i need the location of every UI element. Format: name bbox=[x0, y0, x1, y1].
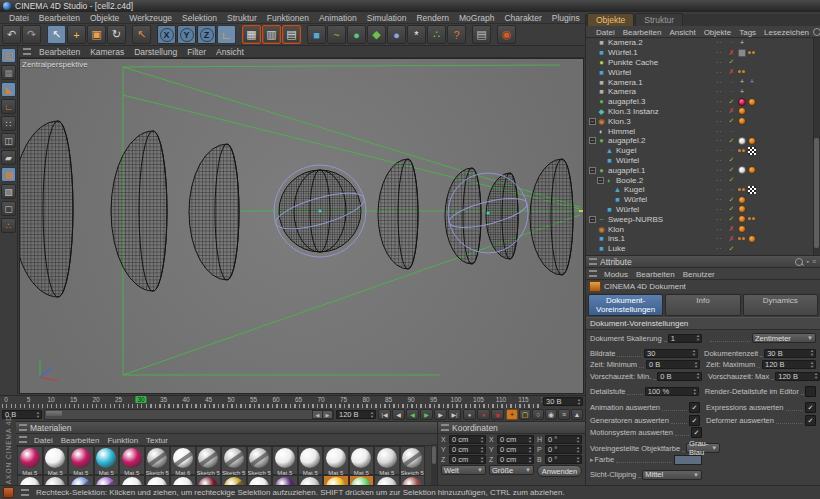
material-swatch[interactable] bbox=[247, 475, 273, 485]
enable-state-icon[interactable]: ✓ bbox=[727, 215, 736, 223]
menu-item-modus[interactable]: Modus bbox=[600, 270, 632, 279]
range-end-field[interactable]: 120 B▲▼ bbox=[336, 410, 376, 419]
object-row[interactable]: ●augapfel.3··✓ bbox=[586, 97, 820, 107]
visibility-dots-icon[interactable]: ·· bbox=[716, 128, 725, 135]
material-swatch[interactable]: Mat.5 bbox=[17, 446, 43, 475]
key-pla-button[interactable]: ≡ bbox=[558, 409, 570, 420]
menu-item-filter[interactable]: Filter bbox=[182, 47, 211, 57]
add-particles-icon[interactable]: * bbox=[407, 25, 426, 44]
object-name[interactable]: Boole.2 bbox=[616, 176, 643, 185]
object-row[interactable]: ■Würfel··✓ bbox=[586, 156, 820, 166]
attr-tab-dokument-voreinstellungen[interactable]: Dokument-Voreinstellungen bbox=[588, 294, 663, 316]
coordinate-value-field[interactable]: 0 cm▲▼ bbox=[497, 435, 534, 444]
object-name[interactable]: Sweep-NURBS bbox=[608, 215, 663, 224]
coordinate-value-field[interactable]: 0 °▲▼ bbox=[545, 435, 582, 444]
goto-end-button[interactable]: ▶| bbox=[448, 409, 461, 420]
visibility-dots-icon[interactable]: ·· bbox=[716, 49, 725, 56]
viewport-solo-icon[interactable]: ∴ bbox=[1, 218, 16, 233]
material-swatch[interactable]: Mat.5 bbox=[374, 446, 400, 475]
previous-frame-button[interactable]: ◀ bbox=[392, 409, 405, 420]
search-icon[interactable] bbox=[795, 258, 803, 266]
play-button[interactable]: ▶ bbox=[420, 409, 433, 420]
enable-state-icon[interactable]: ✓ bbox=[727, 205, 736, 213]
object-row[interactable]: −◐Boole.2··✓ bbox=[586, 175, 820, 185]
menu-item-textur[interactable]: Textur bbox=[142, 436, 172, 445]
key-filter-button[interactable]: ▲ bbox=[571, 409, 583, 420]
add-modeling-icon[interactable]: ◆ bbox=[367, 25, 386, 44]
menu-item-bearbeiten[interactable]: Bearbeiten bbox=[34, 47, 85, 57]
visibility-dots-icon[interactable]: ·· bbox=[716, 79, 725, 86]
object-row[interactable]: ■Würfel.1··✗ bbox=[586, 48, 820, 58]
visibility-dots-icon[interactable]: ·· bbox=[716, 167, 725, 174]
menu-item-bearbeiten[interactable]: Bearbeiten bbox=[34, 13, 85, 23]
dots-tag-icon[interactable] bbox=[738, 235, 746, 243]
film-tag-icon[interactable] bbox=[738, 49, 746, 57]
render-region-icon[interactable]: ▥ bbox=[262, 25, 281, 44]
object-row[interactable]: ■Kamera···+ bbox=[586, 87, 820, 97]
visibility-dots-icon[interactable]: ·· bbox=[716, 206, 725, 213]
visibility-dots-icon[interactable]: ·· bbox=[716, 186, 725, 193]
spinner-arrows-icon[interactable]: ▲▼ bbox=[695, 372, 701, 380]
history-icons[interactable]: ≡ bbox=[812, 258, 816, 265]
menu-item-objekte[interactable]: Objekte bbox=[85, 13, 124, 23]
timeline-ruler[interactable]: 0510152025303540455055606570758085909510… bbox=[0, 395, 585, 408]
spinner-arrows-icon[interactable]: ▲▼ bbox=[527, 446, 533, 454]
object-name[interactable]: Würfel bbox=[616, 156, 639, 165]
orange-tag-icon[interactable] bbox=[748, 137, 756, 145]
enable-state-icon[interactable]: ✗ bbox=[727, 49, 736, 57]
texture-axis-mode-icon[interactable]: ◣ bbox=[1, 82, 16, 97]
menu-item-bearbeiten[interactable]: Bearbeiten bbox=[57, 436, 104, 445]
spinner-arrows-icon[interactable]: ▲▼ bbox=[575, 446, 581, 454]
material-swatch[interactable]: Sketch 5 bbox=[400, 446, 426, 475]
object-row[interactable]: ■Würfel··✓ bbox=[586, 205, 820, 215]
attribute-value-field[interactable]: 100 %▲▼ bbox=[645, 387, 699, 396]
render-queue-icon[interactable]: ◉ bbox=[497, 25, 516, 44]
material-swatch[interactable]: Mat.5 bbox=[323, 446, 349, 475]
checker-tag-icon[interactable] bbox=[748, 147, 756, 155]
checkbox-checked[interactable]: ✓ bbox=[689, 415, 700, 426]
spinner-arrows-icon[interactable]: ▲▼ bbox=[809, 361, 815, 369]
enable-state-icon[interactable]: ✓ bbox=[727, 137, 736, 145]
object-name[interactable]: augapfel.3 bbox=[608, 97, 645, 106]
key-rotation-button[interactable]: ○ bbox=[532, 409, 544, 420]
enable-state-icon[interactable]: ✓ bbox=[727, 58, 736, 66]
menu-item-benutzer[interactable]: Benutzer bbox=[679, 270, 719, 279]
enable-state-icon[interactable]: ✗ bbox=[727, 225, 736, 233]
material-swatch[interactable]: Sketch 5 bbox=[196, 446, 222, 475]
visibility-dots-icon[interactable]: ·· bbox=[716, 118, 725, 125]
range-slider-thumb[interactable] bbox=[46, 411, 62, 416]
checkbox-checked[interactable]: ✓ bbox=[691, 427, 702, 438]
object-name[interactable]: Klon.3 Instanz bbox=[608, 107, 659, 116]
material-swatch[interactable] bbox=[119, 475, 145, 485]
enable-state-icon[interactable]: ✓ bbox=[727, 176, 736, 184]
visibility-dots-icon[interactable]: ·· bbox=[716, 235, 725, 242]
apply-button[interactable]: Anwenden bbox=[537, 465, 582, 477]
enable-state-icon[interactable]: · bbox=[727, 147, 736, 154]
checkbox-checked[interactable]: ✓ bbox=[689, 402, 700, 413]
dots-tag-icon[interactable] bbox=[738, 186, 746, 194]
material-swatch[interactable]: Sketch 5 bbox=[221, 446, 247, 475]
white-tag-icon[interactable] bbox=[738, 166, 746, 174]
help-icon[interactable]: ? bbox=[447, 25, 466, 44]
object-name[interactable]: Kamera bbox=[608, 87, 636, 96]
orange-tag-icon[interactable] bbox=[738, 225, 746, 233]
checkbox-checked[interactable]: ✓ bbox=[805, 415, 816, 426]
coordinate-system-icon[interactable]: ∟ bbox=[217, 25, 236, 44]
workplane-mode-icon[interactable]: ▢ bbox=[1, 201, 16, 216]
key-position-button[interactable]: + bbox=[506, 409, 518, 420]
key-parameter-button[interactable]: ◉ bbox=[545, 409, 557, 420]
material-swatch[interactable] bbox=[349, 475, 375, 485]
object-row[interactable]: ■Luke··✓ bbox=[586, 244, 820, 254]
enable-state-icon[interactable]: ✓ bbox=[727, 196, 736, 204]
model-mode-icon[interactable]: ▦ bbox=[1, 65, 16, 80]
object-name[interactable]: Luke bbox=[608, 244, 625, 253]
visibility-dots-icon[interactable]: ·· bbox=[716, 147, 725, 154]
material-swatch[interactable]: Mat.5 bbox=[68, 446, 94, 475]
spinner-arrows-icon[interactable]: ▲▼ bbox=[809, 349, 815, 357]
attr-tab-dynamics[interactable]: Dynamics bbox=[743, 294, 818, 316]
menu-item-ansicht[interactable]: Ansicht bbox=[665, 28, 699, 37]
material-swatch[interactable] bbox=[196, 475, 222, 485]
object-name[interactable]: Würfel.1 bbox=[608, 48, 638, 57]
spinner-arrows-icon[interactable]: ▲▼ bbox=[693, 361, 699, 369]
object-row[interactable]: ■Würfel··✗ bbox=[586, 67, 820, 77]
